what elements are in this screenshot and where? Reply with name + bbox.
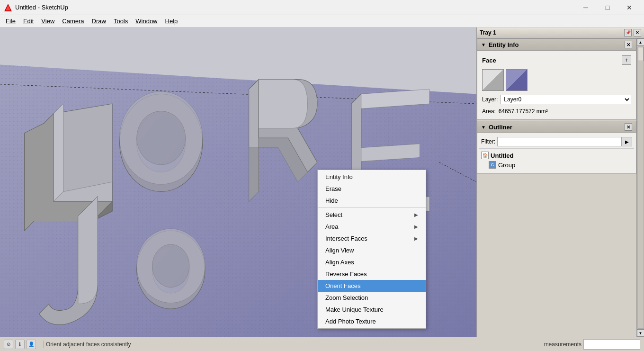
tray-header: Tray 1 📌 ✕: [477, 27, 644, 38]
measurements-input[interactable]: [583, 339, 640, 350]
face-preview-white: [483, 70, 503, 90]
entity-area-value: 64657.177572 mm²: [499, 108, 548, 115]
entity-info-section: ▼ Entity Info ✕ Face +: [477, 38, 636, 120]
svg-point-14: [152, 244, 189, 288]
entity-area-label: Area:: [482, 108, 496, 115]
status-icon-info[interactable]: ℹ: [15, 340, 25, 349]
entity-layer-row: Layer: Layer0: [480, 93, 633, 106]
tray-title: Tray 1: [480, 29, 496, 36]
menu-camera[interactable]: Camera: [58, 15, 88, 27]
face-box-2: [506, 69, 528, 91]
status-icons: ⊙ ℹ 👤: [4, 340, 36, 349]
outliner-tree: 🏠 Untitled G Group: [479, 149, 634, 171]
ctx-entity-info[interactable]: Entity Info: [318, 171, 426, 183]
entity-expand-button[interactable]: +: [622, 55, 631, 65]
tray-close-button[interactable]: ✕: [634, 29, 641, 36]
window-controls: ─ □ ✕: [575, 0, 640, 15]
entity-type-row: Face +: [480, 54, 633, 67]
entity-area-row: Area: 64657.177572 mm²: [480, 106, 633, 117]
status-icon-person[interactable]: 👤: [27, 340, 36, 349]
ctx-erase[interactable]: Erase: [318, 183, 426, 195]
scroll-track[interactable]: [637, 46, 644, 329]
close-button[interactable]: ✕: [618, 0, 640, 15]
scroll-thumb[interactable]: [638, 47, 644, 61]
ctx-separator-1: [318, 207, 426, 208]
entity-info-header[interactable]: ▼ Entity Info ✕: [477, 38, 636, 51]
outliner-section: ▼ Outliner ✕ Filter: ▶: [477, 121, 636, 174]
outliner-title: Outliner: [489, 124, 512, 131]
scroll-down-arrow[interactable]: ▼: [637, 329, 644, 337]
ctx-intersect-faces[interactable]: Intersect Faces ▶: [318, 233, 426, 244]
ctx-select[interactable]: Select ▶: [318, 209, 426, 221]
ctx-area[interactable]: Area ▶: [318, 221, 426, 233]
outliner-filter-row: Filter: ▶: [479, 135, 634, 149]
outliner-triangle: ▼: [481, 125, 486, 130]
window-title: Untitled - SketchUp: [15, 4, 68, 11]
ctx-make-unique-texture[interactable]: Make Unique Texture: [318, 304, 426, 315]
menu-draw[interactable]: Draw: [88, 15, 110, 27]
right-panel-scrollbar: ▲ ▼: [636, 38, 644, 337]
right-panel: Tray 1 📌 ✕ ▼ Entity Info ✕: [476, 27, 644, 337]
measurements-label: measurements: [544, 341, 581, 348]
ctx-add-photo-texture[interactable]: Add Photo Texture: [318, 315, 426, 327]
menu-help[interactable]: Help: [161, 15, 182, 27]
entity-info-triangle: ▼: [481, 42, 486, 47]
menu-tools[interactable]: Tools: [110, 15, 132, 27]
face-preview: [480, 67, 633, 93]
outliner-filter-input[interactable]: [497, 137, 622, 146]
scroll-up-arrow[interactable]: ▲: [637, 38, 644, 46]
main-area: Entity Info Erase Hide Select ▶ Area ▶ I…: [0, 27, 644, 337]
ctx-zoom-selection[interactable]: Zoom Selection: [318, 292, 426, 304]
entity-type-label: Face: [482, 57, 496, 64]
tray-pin-button[interactable]: 📌: [624, 29, 632, 36]
outliner-filter-label: Filter:: [481, 138, 495, 145]
outliner-close-button[interactable]: ✕: [625, 123, 632, 131]
ctx-select-arrow: ▶: [414, 212, 418, 217]
outliner-item-root[interactable]: 🏠 Untitled: [481, 151, 632, 160]
title-bar: Untitled - SketchUp ─ □ ✕: [0, 0, 644, 15]
entity-info-close-button[interactable]: ✕: [625, 41, 632, 48]
ctx-area-arrow: ▶: [414, 224, 418, 229]
context-menu: Entity Info Erase Hide Select ▶ Area ▶ I…: [317, 170, 426, 329]
outliner-header[interactable]: ▼ Outliner ✕: [477, 121, 636, 133]
outliner-item-group[interactable]: G Group: [481, 160, 632, 170]
outliner-root-icon: 🏠: [481, 152, 489, 159]
status-bar: ⊙ ℹ 👤 Orient adjacent faces consistently…: [0, 337, 644, 351]
measurements-area: measurements: [544, 339, 640, 350]
ctx-hide[interactable]: Hide: [318, 195, 426, 207]
outliner-group-icon: G: [489, 161, 496, 169]
face-preview-blue: [506, 70, 527, 90]
ctx-intersect-arrow: ▶: [414, 236, 418, 241]
menu-view[interactable]: View: [37, 15, 58, 27]
outliner-group-label: Group: [498, 162, 515, 169]
menu-bar: File Edit View Camera Draw Tools Window …: [0, 15, 644, 27]
app-icon: [4, 3, 12, 12]
entity-info-body: Face +: [477, 51, 636, 120]
minimize-button[interactable]: ─: [575, 0, 597, 15]
viewport[interactable]: Entity Info Erase Hide Select ▶ Area ▶ I…: [0, 27, 476, 337]
status-separator: [44, 341, 44, 348]
right-panel-inner: ▼ Entity Info ✕ Face +: [477, 38, 644, 337]
status-icon-location[interactable]: ⊙: [4, 340, 13, 349]
entity-layer-label: Layer:: [482, 96, 498, 103]
svg-point-10: [137, 111, 186, 165]
outliner-body: Filter: ▶ 🏠 Untitled G: [477, 133, 636, 174]
maximize-button[interactable]: □: [597, 0, 618, 15]
outliner-filter-button[interactable]: ▶: [622, 137, 632, 146]
menu-edit[interactable]: Edit: [19, 15, 37, 27]
face-box-1: [482, 69, 504, 91]
menu-file[interactable]: File: [2, 15, 19, 27]
ctx-align-view[interactable]: Align View: [318, 244, 426, 256]
entity-info-title: Entity Info: [489, 41, 519, 48]
menu-window[interactable]: Window: [132, 15, 161, 27]
right-panel-content: ▼ Entity Info ✕ Face +: [477, 38, 636, 337]
ctx-reverse-faces[interactable]: Reverse Faces: [318, 268, 426, 280]
ctx-orient-faces[interactable]: Orient Faces: [318, 280, 426, 292]
status-text: Orient adjacent faces consistently: [46, 341, 544, 348]
ctx-align-axes[interactable]: Align Axes: [318, 256, 426, 268]
outliner-root-label: Untitled: [491, 152, 513, 159]
entity-layer-select[interactable]: Layer0: [501, 95, 631, 104]
